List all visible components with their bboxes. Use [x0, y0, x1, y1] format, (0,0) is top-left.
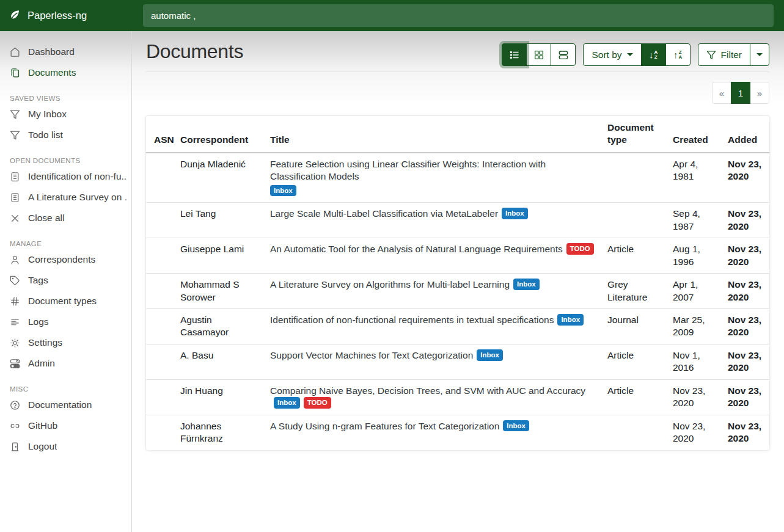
document-type-cell [601, 153, 667, 203]
sidebar-item-label: Tags [28, 275, 48, 286]
brand-link[interactable]: Paperless-ng [0, 9, 132, 22]
table-row: Johannes Fürnkranz A Study Using n-gram … [146, 415, 769, 450]
sidebar-item-label: Settings [28, 337, 62, 348]
created-cell: Sep 4, 1987 [667, 203, 722, 238]
sidebar-item-label: Logs [28, 316, 49, 327]
correspondent-cell: A. Basu [174, 344, 264, 379]
search-input[interactable] [143, 4, 774, 27]
sidebar-item-open-doc-1[interactable]: Identification of non-fu... [0, 166, 131, 187]
list-view-button[interactable] [502, 43, 527, 66]
filter-dropdown-button[interactable] [750, 43, 769, 66]
document-title-link[interactable]: Comparing Naive Bayes, Decision Trees, a… [270, 385, 585, 396]
close-icon [10, 213, 20, 224]
sidebar-item-tags[interactable]: Tags [0, 270, 131, 291]
sidebar-item-label: GitHub [28, 420, 57, 431]
text-lines-icon [10, 317, 20, 327]
details-view-button[interactable] [551, 43, 576, 66]
file-text-icon [10, 192, 20, 203]
tag-badge-inbox[interactable]: Inbox [503, 420, 529, 432]
sidebar-item-todo-list[interactable]: Todo list [0, 125, 131, 145]
document-title-link[interactable]: Large Scale Multi-Label Classification v… [270, 208, 498, 219]
sidebar-item-open-doc-2[interactable]: A Literature Survey on ... [0, 187, 131, 208]
tag-badge-inbox[interactable]: Inbox [513, 279, 540, 290]
header-divider [146, 71, 769, 72]
document-title-link[interactable]: Identification of non-functional require… [270, 315, 554, 325]
correspondent-cell: Johannes Fürnkranz [174, 415, 264, 450]
sidebar-item-label: My Inbox [28, 109, 67, 120]
table-header-row: ASN Correspondent Title Document type Cr… [146, 116, 769, 153]
sort-descending-button[interactable]: ↑ZA [665, 43, 691, 66]
sidebar-item-label: Documentation [28, 399, 92, 410]
filter-funnel-icon [10, 109, 20, 120]
sidebar-section-misc: MISC [0, 385, 131, 393]
sidebar-item-document-types[interactable]: Document types [0, 291, 131, 312]
sidebar-item-correspondents[interactable]: Correspondents [0, 249, 131, 270]
correspondent-cell: Dunja Mladenić [174, 153, 264, 203]
sidebar-section-open-documents: OPEN DOCUMENTS [0, 157, 131, 164]
sort-group: Sort by ↓AZ ↑ZA [583, 43, 690, 66]
sidebar-item-documents[interactable]: Documents [0, 62, 131, 83]
added-cell: Nov 23, 2020 [722, 344, 769, 379]
table-row: Lei Tang Large Scale Multi-Label Classif… [146, 203, 769, 238]
tag-badge-todo[interactable]: TODO [304, 397, 331, 409]
document-title-link[interactable]: An Automatic Tool for the Analysis of Na… [270, 244, 563, 254]
column-header-title: Title [264, 116, 601, 153]
table-row: Agustin Casamayor Identification of non-… [146, 308, 769, 344]
title-cell: Support Vector Machines for Text Categor… [264, 344, 601, 379]
tag-badge-inbox[interactable]: Inbox [557, 314, 584, 326]
tag-badge-inbox[interactable]: Inbox [477, 349, 503, 361]
asn-cell [146, 344, 174, 379]
pagination-prev-button[interactable]: « [712, 82, 731, 104]
created-cell: Mar 25, 2009 [667, 308, 722, 344]
sidebar-item-github[interactable]: GitHub [0, 415, 131, 436]
sidebar-item-documentation[interactable]: Documentation [0, 395, 131, 415]
sidebar-item-admin[interactable]: Admin [0, 353, 131, 374]
tag-badge-todo[interactable]: TODO [566, 243, 594, 255]
door-icon [10, 442, 20, 452]
created-cell: Aug 1, 1996 [667, 238, 722, 274]
filter-button[interactable]: Filter [698, 43, 750, 66]
grid-view-icon [533, 49, 544, 60]
hash-icon [10, 296, 20, 307]
grid-view-button[interactable] [526, 43, 551, 66]
sort-by-button[interactable]: Sort by [583, 43, 641, 66]
sort-by-label: Sort by [592, 49, 621, 60]
sidebar-item-logs[interactable]: Logs [0, 312, 131, 332]
pagination-row: « 1 » [146, 82, 769, 104]
asn-cell [146, 379, 174, 415]
document-title-link[interactable]: A Literature Survey on Algorithms for Mu… [270, 279, 510, 290]
added-cell: Nov 23, 2020 [722, 153, 769, 203]
sidebar-item-label: Documents [28, 67, 76, 78]
sidebar-item-dashboard[interactable]: Dashboard [0, 42, 131, 62]
added-cell: Nov 23, 2020 [722, 379, 769, 415]
document-title-link[interactable]: Feature Selection using Linear Classifie… [270, 159, 546, 181]
asn-cell [146, 238, 174, 274]
sidebar-item-label: Admin [28, 358, 55, 369]
pagination-next-button[interactable]: » [750, 82, 769, 104]
view-toggle-group [502, 43, 576, 66]
gear-icon [10, 338, 20, 348]
tag-badge-inbox[interactable]: Inbox [270, 185, 296, 197]
sidebar-item-label: Dashboard [28, 46, 75, 57]
title-cell: Large Scale Multi-Label Classification v… [264, 203, 601, 238]
document-title-link[interactable]: A Study Using n-gram Features for Text C… [270, 421, 499, 431]
table-row: Dunja Mladenić Feature Selection using L… [146, 153, 769, 203]
table-row: Giuseppe Lami An Automatic Tool for the … [146, 238, 769, 274]
sidebar-item-settings[interactable]: Settings [0, 332, 131, 353]
document-title-link[interactable]: Support Vector Machines for Text Categor… [270, 350, 473, 360]
sort-ascending-button[interactable]: ↓AZ [641, 43, 666, 66]
correspondent-cell: Giuseppe Lami [174, 238, 264, 274]
tag-badge-inbox[interactable]: Inbox [502, 208, 528, 219]
main-content: Documents Sort by ↓AZ [133, 31, 784, 532]
file-text-icon [10, 172, 20, 182]
sidebar-item-close-all[interactable]: Close all [0, 208, 131, 228]
pagination-page-1[interactable]: 1 [731, 82, 750, 104]
tag-badge-inbox[interactable]: Inbox [274, 397, 300, 409]
column-header-correspondent: Correspondent [174, 116, 264, 153]
sidebar-item-my-inbox[interactable]: My Inbox [0, 104, 131, 125]
sidebar-section-manage: MANAGE [0, 240, 131, 247]
asn-cell [146, 274, 174, 309]
document-type-cell: Article [601, 344, 667, 379]
home-icon [10, 47, 20, 57]
sidebar-item-logout[interactable]: Logout [0, 436, 131, 457]
